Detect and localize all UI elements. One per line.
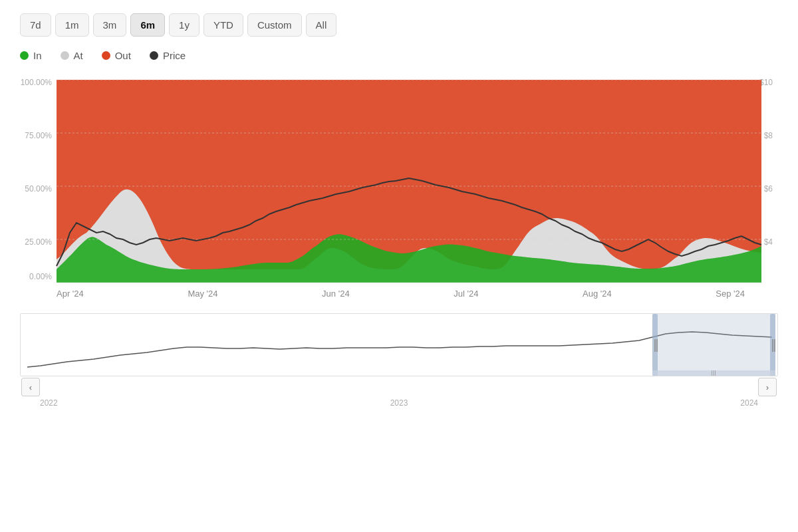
x-label-jun: Jun '24 bbox=[322, 289, 350, 299]
svg-text:100.00%: 100.00% bbox=[21, 78, 53, 87]
btn-1y[interactable]: 1y bbox=[169, 13, 200, 37]
btn-all[interactable]: All bbox=[306, 13, 337, 37]
btn-ytd[interactable]: YTD bbox=[203, 13, 243, 37]
legend-in[interactable]: In bbox=[20, 50, 42, 61]
legend-dot-at bbox=[61, 51, 69, 60]
x-label-apr: Apr '24 bbox=[57, 289, 84, 299]
svg-rect-15 bbox=[652, 314, 775, 376]
x-label-may: May '24 bbox=[188, 289, 217, 299]
nav-next-button[interactable]: › bbox=[758, 378, 777, 396]
time-range-selector: 7d 1m 3m 6m 1y YTD Custom All bbox=[20, 13, 778, 37]
legend-label-in: In bbox=[33, 50, 42, 61]
x-axis-labels: Apr '24 May '24 Jun '24 Jul '24 Aug '24 … bbox=[20, 286, 778, 301]
legend-label-price: Price bbox=[163, 50, 186, 61]
svg-text:$4: $4 bbox=[764, 237, 773, 247]
mini-chart-labels: 2022 2023 2024 bbox=[20, 398, 778, 408]
btn-1m[interactable]: 1m bbox=[55, 13, 89, 37]
nav-prev-button[interactable]: ‹ bbox=[21, 378, 40, 396]
legend-out[interactable]: Out bbox=[102, 50, 131, 61]
legend-dot-out bbox=[102, 51, 110, 60]
x-label-jul: Jul '24 bbox=[454, 289, 478, 299]
btn-custom[interactable]: Custom bbox=[247, 13, 302, 37]
svg-text:$10: $10 bbox=[759, 78, 773, 87]
svg-text:25.00%: 25.00% bbox=[25, 237, 52, 247]
btn-7d[interactable]: 7d bbox=[20, 13, 51, 37]
svg-text:0.00%: 0.00% bbox=[29, 272, 52, 281]
legend-price[interactable]: Price bbox=[150, 50, 186, 61]
x-label-sep: Sep '24 bbox=[716, 289, 745, 299]
mini-chart[interactable]: ||| bbox=[20, 313, 778, 376]
legend-at[interactable]: At bbox=[61, 50, 83, 61]
mini-chart-svg: ||| bbox=[21, 314, 778, 376]
x-label-aug: Aug '24 bbox=[583, 289, 612, 299]
mini-label-2022: 2022 bbox=[40, 398, 58, 408]
svg-text:|||: ||| bbox=[711, 370, 716, 376]
legend-dot-price bbox=[150, 51, 158, 60]
svg-text:75.00%: 75.00% bbox=[25, 131, 52, 140]
btn-6m[interactable]: 6m bbox=[130, 13, 165, 37]
svg-text:$6: $6 bbox=[764, 184, 773, 194]
btn-3m[interactable]: 3m bbox=[93, 13, 127, 37]
legend-label-at: At bbox=[74, 50, 83, 61]
main-chart-wrapper: 100.00% 75.00% 50.00% 25.00% 0.00% $10 $… bbox=[20, 73, 778, 408]
legend-dot-in bbox=[20, 51, 29, 60]
chart-legend: In At Out Price bbox=[20, 50, 778, 61]
svg-text:50.00%: 50.00% bbox=[25, 184, 52, 194]
main-chart[interactable]: 100.00% 75.00% 50.00% 25.00% 0.00% $10 $… bbox=[20, 73, 778, 286]
mini-label-2023: 2023 bbox=[390, 398, 408, 408]
legend-label-out: Out bbox=[115, 50, 131, 61]
mini-label-2024: 2024 bbox=[740, 398, 758, 408]
nav-controls: ‹ › bbox=[20, 378, 778, 396]
chart-svg: 100.00% 75.00% 50.00% 25.00% 0.00% $10 $… bbox=[20, 73, 778, 286]
svg-text:$8: $8 bbox=[764, 131, 773, 140]
